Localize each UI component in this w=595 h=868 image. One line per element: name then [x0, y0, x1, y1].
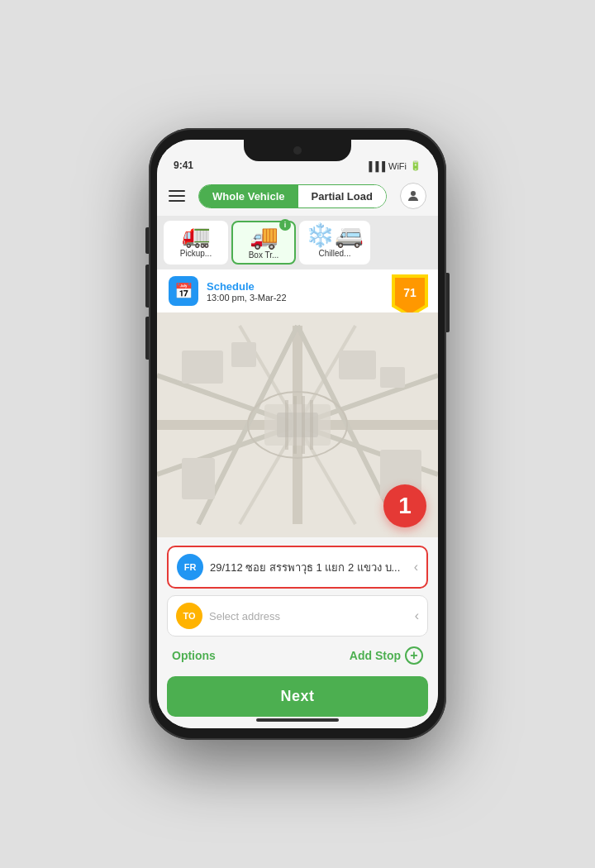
vehicle-type-toggle[interactable]: Whole Vehicle Partial Load — [198, 184, 387, 208]
from-chevron-icon[interactable]: ‹ — [414, 560, 418, 575]
status-time: 9:41 — [174, 160, 193, 171]
calendar-icon: 📅 — [169, 276, 198, 306]
map-area[interactable]: 1 — [157, 312, 438, 537]
to-address-row[interactable]: TO Select address ‹ — [167, 595, 428, 637]
wifi-icon: WiFi — [388, 161, 407, 171]
status-icons: ▐▐▐ WiFi 🔋 — [366, 160, 421, 171]
svg-rect-22 — [310, 400, 313, 450]
from-address-text: 29/112 ซอย สรรพาวุธ 1 แยก 2 แขวง บ... — [210, 559, 407, 576]
options-row: Options Add Stop + — [167, 643, 428, 668]
svg-rect-12 — [339, 351, 376, 379]
to-badge: TO — [176, 603, 202, 629]
from-address-row[interactable]: FR 29/112 ซอย สรรพาวุธ 1 แยก 2 แขวง บ...… — [167, 546, 428, 589]
schedule-bar[interactable]: 📅 Schedule 13:00 pm, 3-Mar-22 71 — [157, 269, 438, 312]
badge-number: 71 — [403, 286, 416, 299]
svg-point-0 — [411, 191, 416, 196]
svg-rect-11 — [231, 342, 256, 367]
from-badge: FR — [177, 554, 203, 580]
signal-icon: ▐▐▐ — [366, 161, 385, 171]
svg-rect-10 — [182, 351, 223, 384]
promo-badge: 71 — [392, 274, 428, 317]
side-button-vol-down — [145, 317, 149, 360]
top-nav: Whole Vehicle Partial Load — [157, 176, 438, 216]
pickup-icon: 🚛 — [182, 224, 211, 247]
svg-rect-13 — [380, 367, 405, 388]
step-badge: 1 — [383, 484, 426, 527]
vehicle-pickup[interactable]: 🚛 Pickup... — [164, 221, 228, 265]
next-button[interactable]: Next — [167, 676, 428, 717]
options-button[interactable]: Options — [172, 649, 216, 662]
svg-rect-14 — [182, 458, 215, 499]
bottom-panel: FR 29/112 ซอย สรรพาวุธ 1 แยก 2 แขวง บ...… — [157, 537, 438, 728]
phone-notch — [244, 140, 351, 161]
svg-rect-21 — [302, 396, 305, 454]
phone-frame: 9:41 ▐▐▐ WiFi 🔋 Whole Vehicle Partial Lo… — [149, 128, 446, 740]
side-button-vol-up — [145, 265, 149, 308]
home-indicator — [256, 718, 339, 722]
chilled-icon: ❄️🚐 — [306, 224, 364, 247]
user-avatar[interactable] — [400, 183, 426, 209]
svg-rect-19 — [285, 400, 288, 450]
box-truck-icon: 🚚 — [250, 226, 278, 249]
whole-vehicle-tab[interactable]: Whole Vehicle — [199, 185, 298, 207]
partial-load-tab[interactable]: Partial Load — [298, 185, 386, 207]
box-truck-label: Box Tr... — [249, 250, 279, 260]
screen: 9:41 ▐▐▐ WiFi 🔋 Whole Vehicle Partial Lo… — [157, 140, 438, 728]
add-stop-button[interactable]: Add Stop + — [350, 646, 423, 665]
vehicle-box-truck[interactable]: i 🚚 Box Tr... — [231, 221, 296, 265]
pickup-label: Pickup... — [180, 249, 212, 258]
side-button-power — [446, 273, 450, 332]
svg-rect-20 — [293, 396, 297, 454]
schedule-label: Schedule — [207, 280, 287, 293]
add-stop-label: Add Stop — [350, 649, 401, 662]
vehicle-chilled[interactable]: ❄️🚐 Chilled... — [299, 221, 370, 265]
info-badge: i — [279, 219, 291, 231]
vehicle-types-row: 🚛 Pickup... i 🚚 Box Tr... ❄️🚐 Chilled... — [157, 216, 438, 269]
side-button-mute — [145, 227, 149, 254]
hamburger-menu[interactable] — [169, 190, 185, 202]
schedule-info: Schedule 13:00 pm, 3-Mar-22 — [207, 280, 287, 303]
badge-inner: 71 — [395, 278, 425, 314]
schedule-time: 13:00 pm, 3-Mar-22 — [207, 293, 287, 303]
to-address-placeholder: Select address — [209, 610, 408, 622]
add-stop-plus-icon: + — [405, 646, 423, 665]
battery-icon: 🔋 — [410, 160, 421, 171]
chilled-label: Chilled... — [319, 249, 351, 258]
to-chevron-icon[interactable]: ‹ — [415, 608, 419, 623]
